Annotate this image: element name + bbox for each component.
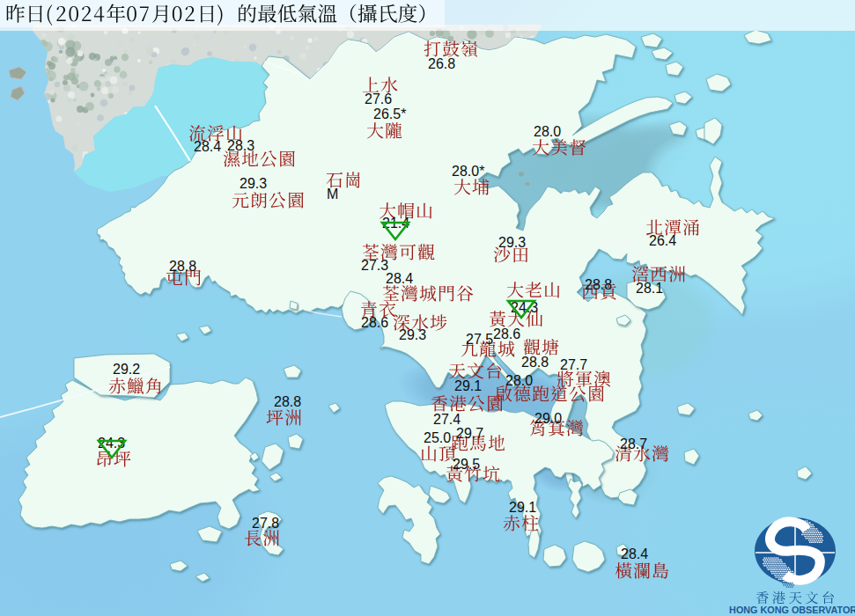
- svg-text:HONG KONG OBSERVATORY: HONG KONG OBSERVATORY: [729, 605, 855, 615]
- svg-text:28.0*: 28.0*: [452, 164, 484, 179]
- svg-text:29.0: 29.0: [534, 411, 562, 426]
- svg-text:26.4: 26.4: [649, 233, 676, 248]
- svg-text:29.1: 29.1: [454, 378, 482, 393]
- svg-text:29.3: 29.3: [498, 235, 526, 250]
- svg-text:28.1: 28.1: [636, 281, 663, 296]
- svg-text:28.4: 28.4: [621, 546, 648, 561]
- svg-text:28.6: 28.6: [493, 326, 520, 341]
- svg-text:28.8: 28.8: [274, 394, 301, 409]
- svg-text:28.8: 28.8: [169, 259, 196, 274]
- svg-text:28.0: 28.0: [505, 373, 533, 388]
- svg-text:27.7: 27.7: [560, 357, 587, 372]
- svg-text:29.1: 29.1: [509, 500, 536, 515]
- svg-text:28.7: 28.7: [620, 436, 647, 451]
- svg-text:26.8: 26.8: [428, 56, 455, 71]
- svg-text:29.2: 29.2: [113, 362, 140, 377]
- svg-text:25.0: 25.0: [424, 430, 451, 445]
- svg-text:27.8: 27.8: [252, 516, 279, 531]
- svg-text:27.4: 27.4: [433, 412, 461, 427]
- svg-text:28.8: 28.8: [585, 277, 612, 292]
- svg-text:26.5*: 26.5*: [373, 106, 406, 121]
- svg-text:28.6: 28.6: [361, 315, 388, 330]
- svg-text:29.7: 29.7: [456, 426, 483, 441]
- svg-text:29.3: 29.3: [399, 327, 426, 342]
- svg-text:28.4: 28.4: [386, 271, 413, 286]
- svg-text:M: M: [327, 187, 338, 202]
- svg-text:27.5: 27.5: [466, 332, 493, 347]
- svg-text:27.6: 27.6: [365, 92, 392, 106]
- svg-text:28.3: 28.3: [227, 138, 254, 153]
- svg-text:28.8: 28.8: [521, 355, 549, 370]
- svg-text:27.3: 27.3: [361, 258, 388, 273]
- svg-text:28.4: 28.4: [194, 139, 221, 154]
- svg-text:28.0: 28.0: [534, 124, 561, 139]
- svg-text:29.5: 29.5: [453, 457, 480, 472]
- svg-text:29.3: 29.3: [240, 176, 267, 191]
